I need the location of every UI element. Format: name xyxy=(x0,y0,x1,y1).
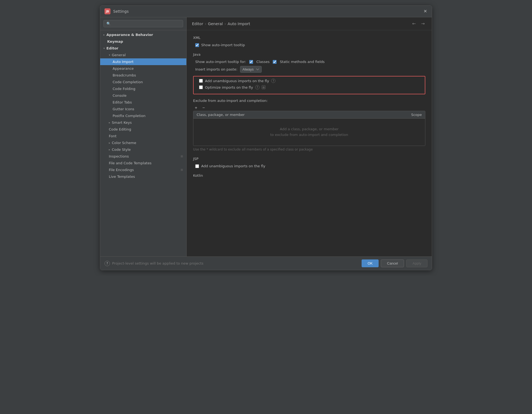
expand-icon xyxy=(103,33,105,36)
sidebar-item-label: Editor Tabs xyxy=(113,100,132,104)
sidebar-item-code-editing[interactable]: Code Editing xyxy=(100,126,186,133)
sidebar-item-color-scheme[interactable]: Color Scheme xyxy=(100,139,186,146)
sidebar-item-general[interactable]: General xyxy=(100,52,186,58)
sidebar-item-postfix-completion[interactable]: Postfix Completion xyxy=(100,112,186,119)
sidebar-item-file-code-templates[interactable]: File and Code Templates xyxy=(100,160,186,166)
breadcrumb-part2: General xyxy=(208,22,223,26)
sidebar-item-code-folding[interactable]: Code Folding xyxy=(100,85,186,92)
help-button[interactable]: ? xyxy=(105,261,110,266)
kotlin-section-title: Kotlin xyxy=(193,173,425,178)
breadcrumb-nav: ← → xyxy=(410,21,426,27)
sidebar-item-gutter-icons[interactable]: Gutter Icons xyxy=(100,106,186,112)
sidebar-item-label: Auto Import xyxy=(113,60,133,64)
exclude-table-body: Add a class, package, or member to exclu… xyxy=(193,119,425,146)
java-section-title: Java xyxy=(193,52,425,56)
sidebar-item-auto-import[interactable]: Auto Import xyxy=(100,58,186,65)
java-section: Java Show auto-import tooltip for: Class… xyxy=(193,52,425,151)
show-tooltip-row: Show auto-import tooltip xyxy=(193,43,425,47)
sidebar-item-label: Live Templates xyxy=(109,175,135,179)
search-input[interactable] xyxy=(103,20,183,27)
apply-button[interactable]: Apply xyxy=(406,259,427,267)
expand-icon xyxy=(109,121,110,124)
sidebar-item-file-encodings[interactable]: File Encodings ⊞ xyxy=(100,166,186,173)
col-main-header: Class, package, or member xyxy=(197,113,400,117)
sidebar-item-inspections[interactable]: Inspections ⊞ xyxy=(100,153,186,160)
exclude-empty-hint: Add a class, package, or member to exclu… xyxy=(270,126,348,138)
sidebar-item-appearance-behavior[interactable]: Appearance & Behavior xyxy=(100,31,186,38)
sidebar-item-label: Breadcrumbs xyxy=(113,73,136,77)
sidebar-item-label: Color Scheme xyxy=(112,141,136,145)
main-content: Editor › General › Auto Import ← → XML xyxy=(187,17,432,256)
sidebar-item-label: Code Editing xyxy=(109,127,131,131)
col-scope-header: Scope xyxy=(400,113,422,117)
sidebar-item-label: Code Completion xyxy=(113,80,143,84)
sidebar-item-code-style[interactable]: Code Style xyxy=(100,146,186,153)
sidebar-item-appearance[interactable]: Appearance xyxy=(100,65,186,72)
footer: ? Project-level settings will be applied… xyxy=(100,256,432,270)
optimize-checkbox[interactable] xyxy=(199,85,203,89)
show-tooltip-checkbox[interactable] xyxy=(195,43,199,47)
unambiguous-label: Add unambiguous imports on the fly xyxy=(205,79,269,83)
optimize-row: Optimize imports on the fly ? ⊞ xyxy=(197,85,422,89)
search-box xyxy=(100,17,186,30)
sidebar-item-live-templates[interactable]: Live Templates xyxy=(100,173,186,180)
sidebar-item-label: Appearance xyxy=(113,66,134,71)
classes-checkbox[interactable] xyxy=(249,60,253,64)
sidebar-item-editor-tabs[interactable]: Editor Tabs xyxy=(100,99,186,106)
sidebar-item-label: Keymap xyxy=(103,39,123,44)
breadcrumb: Editor › General › Auto Import xyxy=(192,22,250,26)
settings-icon: ⊞ xyxy=(181,168,183,172)
sidebar-item-font[interactable]: Font xyxy=(100,133,186,139)
settings-window: JB Settings ✕ Appearance & Behavior Keym… xyxy=(100,5,432,270)
wildcard-hint: Use the * wildcard to exclude all member… xyxy=(193,148,425,151)
nav-back-button[interactable]: ← xyxy=(410,21,417,27)
cancel-button[interactable]: Cancel xyxy=(381,259,404,267)
sidebar-item-label: Console xyxy=(113,94,127,98)
sidebar-item-label: Code Style xyxy=(112,148,131,152)
unambiguous-help-icon[interactable]: ? xyxy=(271,79,275,83)
add-exclude-button[interactable]: + xyxy=(193,105,199,111)
content-area: Appearance & Behavior Keymap Editor Gene… xyxy=(100,17,432,256)
sidebar-item-code-completion[interactable]: Code Completion xyxy=(100,79,186,85)
app-icon: JB xyxy=(105,8,110,14)
remove-exclude-button[interactable]: − xyxy=(201,105,207,111)
sidebar-item-smart-keys[interactable]: Smart Keys xyxy=(100,119,186,126)
jsp-unambiguous-checkbox[interactable] xyxy=(195,164,199,168)
sidebar-item-label: Postfix Completion xyxy=(113,114,146,118)
classes-label: Classes xyxy=(256,60,270,64)
sidebar-item-console[interactable]: Console xyxy=(100,92,186,99)
settings-body: XML Show auto-import tooltip Java Show a… xyxy=(187,30,432,256)
sidebar-item-label: Smart Keys xyxy=(112,121,132,125)
static-checkbox[interactable] xyxy=(273,60,277,64)
kotlin-section: Kotlin xyxy=(193,173,425,178)
xml-section-title: XML xyxy=(193,36,425,40)
breadcrumb-sep1: › xyxy=(205,22,206,26)
sidebar-item-keymap[interactable]: Keymap xyxy=(100,38,186,45)
insert-imports-select[interactable]: Always Ask Never xyxy=(240,66,262,73)
sidebar-item-label: Inspections xyxy=(109,154,129,158)
show-tooltip-label: Show auto-import tooltip xyxy=(201,43,245,47)
jsp-unambiguous-label: Add unambiguous imports on the fly xyxy=(201,164,265,168)
sidebar: Appearance & Behavior Keymap Editor Gene… xyxy=(100,17,187,256)
sidebar-item-editor[interactable]: Editor xyxy=(100,45,186,52)
collapse-icon xyxy=(103,47,105,50)
footer-hint: Project-level settings will be applied t… xyxy=(112,261,203,265)
optimize-help-icon[interactable]: ? xyxy=(255,85,260,89)
jsp-section-title: JSP xyxy=(193,157,425,161)
unambiguous-row: Add unambiguous imports on the fly ? xyxy=(197,79,422,83)
unambiguous-checkbox[interactable] xyxy=(199,79,203,83)
sidebar-item-label: Code Folding xyxy=(113,87,135,91)
sidebar-item-breadcrumbs[interactable]: Breadcrumbs xyxy=(100,72,186,79)
jsp-section: JSP Add unambiguous imports on the fly xyxy=(193,157,425,168)
sidebar-nav: Appearance & Behavior Keymap Editor Gene… xyxy=(100,30,186,256)
sidebar-item-label: Appearance & Behavior xyxy=(106,33,153,37)
copy-icon[interactable]: ⊞ xyxy=(262,85,265,89)
insert-imports-row: Insert imports on paste: Always Ask Neve… xyxy=(193,66,425,73)
breadcrumb-sep2: › xyxy=(224,22,226,26)
expand-icon xyxy=(109,148,110,151)
nav-forward-button[interactable]: → xyxy=(420,21,426,27)
exclude-toolbar: + − xyxy=(193,105,425,111)
ok-button[interactable]: OK xyxy=(362,259,379,267)
close-button[interactable]: ✕ xyxy=(423,9,427,14)
footer-buttons: OK Cancel Apply xyxy=(362,259,427,267)
